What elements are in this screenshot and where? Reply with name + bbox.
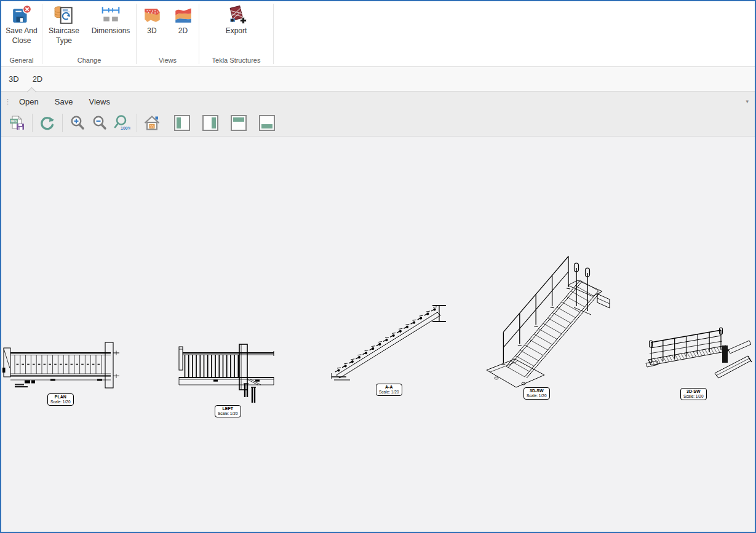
view-2d-icon: [173, 4, 194, 25]
zoom-out-button[interactable]: [90, 113, 109, 133]
dimensions-icon: [100, 4, 121, 25]
staircase-type-icon: [54, 4, 74, 25]
ribbon: Save And Close General: [1, 1, 755, 67]
tab-3d[interactable]: 3D: [9, 74, 19, 84]
3d-sw-view-graphic: [483, 247, 615, 389]
save-and-close-button[interactable]: Save And Close: [1, 3, 42, 56]
view-label-left: LEFT Scale: 1/20: [215, 405, 241, 417]
ribbon-group-tekla-structures: Export Tekla Structures: [199, 1, 273, 66]
drawing-view-3d-sw-2[interactable]: [645, 325, 752, 384]
viewer-toolbar-panel: ⋮ Open Save Views ▾ IMG: [1, 92, 755, 136]
save-image-button[interactable]: IMG: [7, 113, 27, 133]
view-3d-label: 3D: [147, 26, 156, 36]
ribbon-group-label-general: General: [1, 56, 42, 66]
pane-top-button[interactable]: [229, 113, 249, 133]
staircase-drawing-window: Save And Close General: [0, 0, 756, 533]
pane-left-button[interactable]: [172, 113, 192, 133]
svg-text:IMG: IMG: [10, 119, 17, 123]
save-image-icon: IMG: [9, 114, 26, 132]
viewer-icon-row: IMG: [1, 111, 755, 135]
ribbon-separator: [273, 4, 274, 64]
plan-view-graphic: [2, 341, 121, 390]
save-and-close-icon: [11, 4, 32, 25]
plan-annotation-marks: [15, 384, 28, 388]
pane-right-icon: [202, 114, 219, 132]
pane-bottom-button[interactable]: [257, 113, 277, 133]
view-3d-icon: [141, 4, 162, 25]
pane-bottom-icon: [258, 114, 276, 132]
view-2d-label: 2D: [178, 26, 188, 36]
save-and-close-label: Save And Close: [1, 26, 42, 45]
view-3d-button[interactable]: 3D: [137, 3, 167, 56]
export-button[interactable]: Export: [199, 3, 273, 56]
zoom-in-button[interactable]: [68, 113, 87, 133]
dimensions-button[interactable]: Dimensions: [86, 3, 136, 56]
toolbar-grip-handle[interactable]: ⋮: [4, 98, 11, 106]
menu-views[interactable]: Views: [81, 97, 117, 106]
pane-right-button[interactable]: [201, 113, 220, 133]
fit-home-button[interactable]: [142, 113, 162, 133]
zoom-in-icon: [69, 114, 86, 132]
export-icon: [226, 4, 247, 25]
zoom-100-icon: 100%: [113, 114, 130, 132]
svg-text:100%: 100%: [121, 126, 130, 130]
fit-home-icon: [143, 114, 161, 132]
zoom-out-icon: [91, 114, 108, 132]
ribbon-group-views: 3D 2D Views: [137, 1, 199, 66]
pane-left-icon: [173, 114, 191, 132]
drawing-view-a-a[interactable]: [330, 302, 447, 384]
3d-sw-2-view-graphic: [645, 325, 752, 384]
view-label-plan: PLAN Scale: 1/20: [47, 393, 74, 406]
viewer-menu-row: ⋮ Open Save Views ▾: [1, 92, 755, 111]
staircase-type-button[interactable]: Staircase Type: [42, 3, 86, 56]
view-label-3d-sw-2: 3D-SW Scale: 1/20: [680, 388, 707, 400]
refresh-icon: [39, 114, 56, 132]
toolbar-overflow-button[interactable]: ▾: [746, 98, 749, 105]
ribbon-group-label-views: Views: [137, 56, 199, 66]
view-tabstrip: 3D 2D: [1, 67, 755, 92]
toolbar-separator: [62, 114, 63, 132]
drawing-view-left[interactable]: [177, 343, 279, 405]
refresh-button[interactable]: [38, 113, 57, 133]
menu-open[interactable]: Open: [11, 97, 47, 106]
a-a-view-graphic: [330, 302, 447, 384]
drawing-view-3d-sw[interactable]: [483, 247, 615, 389]
toolbar-separator: [32, 114, 33, 132]
ribbon-group-general: Save And Close General: [1, 1, 42, 66]
pane-top-icon: [230, 114, 247, 132]
staircase-type-label: Staircase Type: [42, 26, 86, 45]
ribbon-group-change: Staircase Type Dimensions Change: [42, 1, 136, 66]
view-label-3d-sw-1: 3D-SW Scale: 1/20: [523, 387, 550, 400]
zoom-100-button[interactable]: 100%: [112, 113, 132, 133]
view-2d-button[interactable]: 2D: [167, 3, 199, 56]
tab-2d[interactable]: 2D: [33, 74, 43, 84]
export-label: Export: [226, 26, 247, 36]
left-view-graphic: [177, 343, 279, 405]
dimensions-label: Dimensions: [92, 26, 130, 36]
view-label-a-a: A-A Scale: 1/20: [376, 384, 402, 396]
toolbar-separator: [137, 114, 137, 132]
ribbon-group-label-tekla-structures: Tekla Structures: [199, 56, 273, 66]
menu-save[interactable]: Save: [47, 97, 81, 106]
ribbon-group-label-change: Change: [42, 56, 136, 66]
drawing-view-plan[interactable]: [2, 341, 121, 390]
drawing-canvas: PLAN Scale: 1/20: [1, 137, 755, 532]
